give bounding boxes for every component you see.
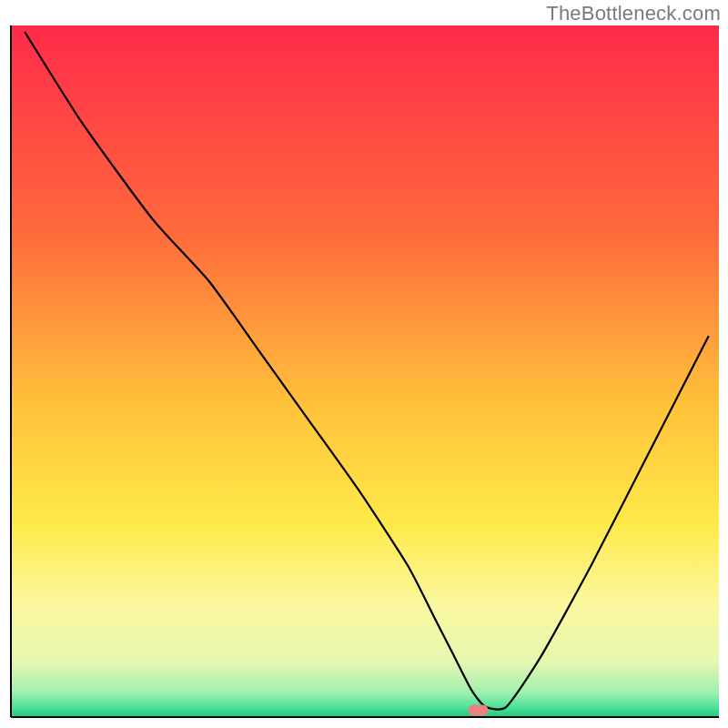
optimal-marker	[468, 704, 488, 715]
bottleneck-chart: TheBottleneck.com	[0, 0, 728, 728]
chart-background	[11, 25, 719, 717]
watermark-text: TheBottleneck.com	[546, 2, 721, 25]
chart-svg	[0, 0, 728, 728]
